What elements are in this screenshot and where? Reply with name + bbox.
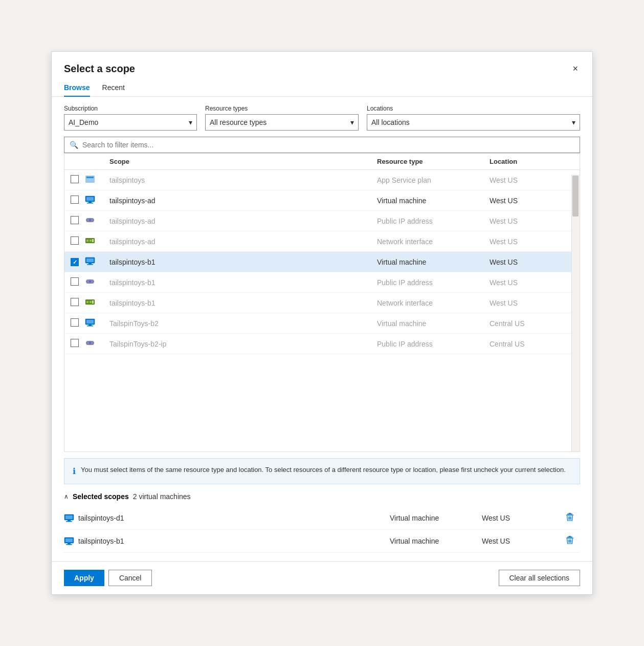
svg-rect-27 bbox=[87, 326, 93, 327]
row-resource-type: Public IP address bbox=[377, 278, 490, 287]
info-text: You must select items of the same resour… bbox=[81, 465, 566, 478]
svg-rect-14 bbox=[86, 259, 94, 262]
table-row[interactable]: tailspintoys-b1 Public IP address West U… bbox=[64, 272, 580, 293]
row-checkbox-col bbox=[64, 196, 85, 205]
row-checkbox-col bbox=[64, 236, 85, 246]
vm-icon bbox=[85, 257, 95, 265]
ip-icon bbox=[85, 339, 95, 347]
table-header: Scope Resource type Location bbox=[64, 154, 580, 170]
footer-left: Apply Cancel bbox=[64, 570, 152, 586]
ip-icon bbox=[85, 277, 95, 286]
delete-selected-item-button[interactable] bbox=[564, 534, 576, 548]
scrollbar-thumb[interactable] bbox=[572, 176, 579, 217]
row-scope-name: tailspintoys bbox=[105, 176, 377, 184]
row-checkbox[interactable] bbox=[71, 236, 79, 245]
table-row[interactable]: tailspintoys-b1 Virtual machine West US bbox=[64, 252, 580, 272]
main-content: Subscription AI_Demo ▾ Resource types Al… bbox=[52, 97, 592, 561]
row-icon-col bbox=[85, 277, 105, 287]
row-checkbox-col bbox=[64, 339, 85, 349]
locations-label: Locations bbox=[367, 105, 580, 112]
table-row[interactable]: tailspintoys-ad Public IP address West U… bbox=[64, 211, 580, 231]
search-box: 🔍 bbox=[64, 137, 580, 153]
row-icon-col bbox=[85, 257, 105, 267]
row-checkbox[interactable] bbox=[71, 298, 79, 306]
resource-types-filter-group: Resource types All resource types ▾ bbox=[205, 105, 359, 131]
close-button[interactable]: × bbox=[570, 62, 580, 75]
row-checkbox[interactable] bbox=[71, 339, 79, 347]
header-scope: Scope bbox=[105, 158, 377, 165]
row-icon-col bbox=[85, 216, 105, 226]
selected-item-vm-icon bbox=[64, 514, 74, 522]
row-checkbox[interactable] bbox=[71, 318, 79, 327]
table-body: tailspintoys App Service plan West US ta… bbox=[64, 170, 580, 354]
selected-item-vm-icon bbox=[64, 537, 74, 545]
row-checkbox-col bbox=[64, 277, 85, 287]
info-box: ℹ You must select items of the same reso… bbox=[64, 458, 580, 484]
delete-selected-item-button[interactable] bbox=[564, 511, 576, 525]
clear-all-button[interactable]: Clear all selections bbox=[499, 570, 581, 586]
row-checkbox[interactable] bbox=[71, 175, 79, 183]
row-location: West US bbox=[490, 238, 571, 246]
locations-chevron-icon: ▾ bbox=[572, 118, 575, 126]
cancel-button[interactable]: Cancel bbox=[108, 570, 152, 586]
svg-rect-4 bbox=[88, 202, 92, 203]
row-checkbox[interactable] bbox=[71, 277, 79, 286]
row-checkbox[interactable] bbox=[71, 216, 79, 224]
resource-types-chevron-icon: ▾ bbox=[350, 118, 354, 126]
row-scope-name: tailspintoys-ad bbox=[105, 217, 377, 225]
scrollbar[interactable] bbox=[571, 175, 580, 451]
row-location: Central US bbox=[490, 340, 571, 348]
app-icon bbox=[85, 175, 95, 183]
svg-rect-25 bbox=[86, 320, 94, 324]
svg-rect-41 bbox=[68, 520, 71, 521]
ip-icon bbox=[85, 216, 95, 224]
selected-item-location: West US bbox=[482, 537, 564, 545]
row-scope-text: TailspinToys-b2-ip bbox=[109, 340, 166, 348]
svg-rect-50 bbox=[65, 539, 73, 542]
table-row[interactable]: TailspinToys-b2 Virtual machine Central … bbox=[64, 313, 580, 334]
selected-scopes-header: ∧ Selected scopes 2 virtual machines bbox=[64, 492, 580, 501]
svg-rect-51 bbox=[68, 543, 71, 544]
row-icon-col bbox=[85, 298, 105, 308]
svg-rect-12 bbox=[92, 239, 94, 242]
row-checkbox-col bbox=[64, 216, 85, 226]
row-location: West US bbox=[490, 278, 571, 287]
search-input[interactable] bbox=[82, 141, 574, 149]
locations-dropdown[interactable]: All locations ▾ bbox=[367, 114, 580, 131]
row-resource-type: Network interface bbox=[377, 299, 490, 307]
tab-recent[interactable]: Recent bbox=[102, 83, 125, 97]
subscription-dropdown[interactable]: AI_Demo ▾ bbox=[64, 114, 197, 131]
svg-rect-3 bbox=[86, 197, 94, 201]
locations-filter-group: Locations All locations ▾ bbox=[367, 105, 580, 131]
svg-rect-53 bbox=[567, 537, 572, 538]
tab-browse[interactable]: Browse bbox=[64, 83, 90, 97]
row-resource-type: Network interface bbox=[377, 238, 490, 246]
row-scope-text: tailspintoys-ad bbox=[109, 197, 156, 205]
svg-rect-16 bbox=[87, 264, 93, 265]
dialog-header: Select a scope × bbox=[52, 52, 592, 75]
resource-types-dropdown[interactable]: All resource types ▾ bbox=[205, 114, 359, 131]
row-icon-col bbox=[85, 175, 105, 185]
selected-item-name: tailspintoys-d1 bbox=[78, 514, 124, 522]
row-scope-text: tailspintoys bbox=[109, 176, 145, 184]
header-resource: Resource type bbox=[377, 158, 490, 165]
apply-button[interactable]: Apply bbox=[64, 570, 104, 586]
table-row[interactable]: TailspinToys-b2-ip Public IP address Cen… bbox=[64, 334, 580, 354]
subscription-label: Subscription bbox=[64, 105, 197, 112]
collapse-chevron-icon[interactable]: ∧ bbox=[64, 493, 69, 500]
search-icon: 🔍 bbox=[70, 141, 78, 149]
table-row[interactable]: tailspintoys-b1 Network interface West U… bbox=[64, 293, 580, 313]
row-resource-type: Virtual machine bbox=[377, 197, 490, 205]
svg-rect-5 bbox=[87, 203, 93, 204]
row-location: West US bbox=[490, 299, 571, 307]
table-row[interactable]: tailspintoys-ad Virtual machine West US bbox=[64, 190, 580, 211]
svg-rect-21 bbox=[86, 301, 88, 303]
row-checkbox-col bbox=[64, 175, 85, 185]
dialog: Select a scope × Browse Recent Subscript… bbox=[51, 51, 593, 595]
row-checkbox[interactable] bbox=[71, 258, 79, 266]
selected-scopes-count: 2 virtual machines bbox=[133, 492, 191, 501]
table-row[interactable]: tailspintoys App Service plan West US bbox=[64, 170, 580, 190]
row-location: West US bbox=[490, 217, 571, 225]
table-row[interactable]: tailspintoys-ad Network interface West U… bbox=[64, 231, 580, 252]
row-checkbox[interactable] bbox=[71, 196, 79, 204]
